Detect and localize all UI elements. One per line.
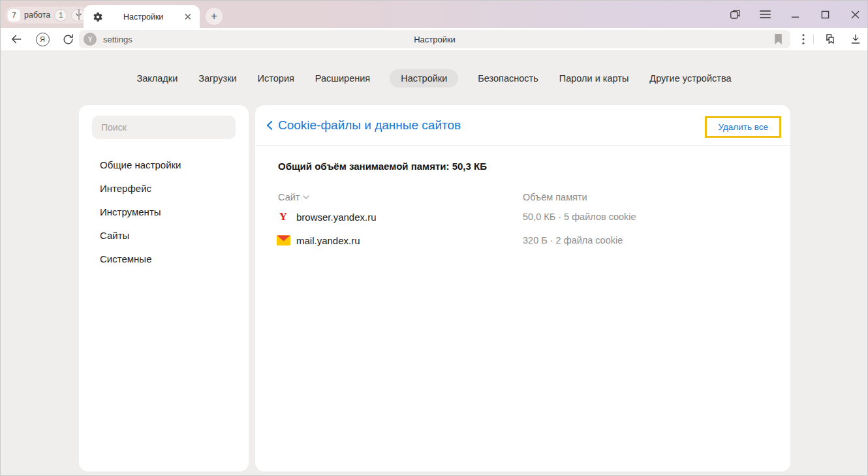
menu-icon[interactable] (758, 7, 772, 22)
nav-item-devices[interactable]: Другие устройства (648, 69, 732, 87)
yandex-browser-icon: Y (275, 210, 291, 223)
nav-item-history[interactable]: История (256, 69, 296, 87)
site-size: 320 Б · 2 файла cookie (523, 235, 623, 246)
nav-item-extensions[interactable]: Расширения (314, 69, 371, 87)
sidebar-sections: Общие настройки Интерфейс Инструменты Са… (79, 153, 249, 270)
search-input[interactable] (92, 116, 236, 139)
memory-summary: Общий объём занимаемой памяти: 50,3 КБ (278, 161, 790, 172)
tab-group-badge: 1 (54, 9, 67, 22)
table-header: Сайт Объём памяти (255, 189, 790, 205)
close-window-icon[interactable] (848, 7, 862, 22)
download-icon[interactable] (846, 28, 865, 50)
cookies-panel-header: Cookie-файлы и данные сайтов Удалить все (255, 105, 790, 146)
nav-item-downloads[interactable]: Загрузки (197, 69, 238, 87)
sidebar-item-general[interactable]: Общие настройки (79, 153, 249, 176)
nav-item-passwords[interactable]: Пароли и карты (558, 69, 630, 87)
sidebar-item-interface[interactable]: Интерфейс (79, 176, 249, 200)
protect-icon[interactable]: Y (84, 33, 97, 46)
settings-page: Закладки Загрузки История Расширения Нас… (1, 50, 867, 476)
settings-top-nav: Закладки Загрузки История Расширения Нас… (1, 69, 867, 87)
close-tab-icon[interactable]: ✕ (183, 12, 192, 22)
gear-icon (93, 12, 103, 22)
address-bar[interactable]: Y settings Настройки (79, 30, 790, 48)
address-bar-page-title: Настройки (79, 35, 790, 44)
sidebar-item-sites[interactable]: Сайты (79, 223, 249, 247)
back-icon[interactable] (7, 28, 25, 50)
settings-sidebar: Общие настройки Интерфейс Инструменты Са… (79, 105, 249, 471)
url-text: settings (103, 35, 132, 44)
tab-group[interactable]: 7 работа 1 (5, 7, 89, 24)
toolbar-separator (813, 34, 814, 44)
tab-group-count: 7 (8, 9, 20, 22)
collections-icon[interactable] (820, 28, 839, 50)
cookies-panel: Cookie-файлы и данные сайтов Удалить все… (255, 105, 790, 471)
table-row[interactable]: Y browser.yandex.ru 50,0 КБ · 5 файлов c… (255, 205, 790, 229)
nav-item-bookmarks[interactable]: Закладки (135, 69, 179, 87)
site-name: browser.yandex.ru (296, 212, 377, 223)
sidebar-item-tools[interactable]: Инструменты (79, 200, 249, 223)
table-row[interactable]: mail.yandex.ru 320 Б · 2 файла cookie (255, 229, 790, 252)
browser-window: 7 работа 1 Настройки ✕ + (0, 0, 868, 476)
refresh-icon[interactable] (59, 28, 77, 50)
site-name: mail.yandex.ru (296, 235, 360, 246)
nav-item-settings[interactable]: Настройки (390, 69, 458, 87)
tab-group-name: работа (24, 10, 50, 20)
tab-title: Настройки (103, 12, 183, 22)
new-tab-button[interactable]: + (206, 8, 223, 25)
side-panel-icon[interactable] (728, 7, 742, 22)
bookmark-icon[interactable] (774, 34, 783, 47)
yandex-mail-icon (275, 235, 291, 246)
window-controls (728, 1, 862, 28)
page-title: Cookie-файлы и данные сайтов (278, 118, 461, 133)
browser-toolbar: Я Y settings Настройки (1, 28, 867, 50)
sidebar-item-system[interactable]: Системные (79, 247, 249, 270)
delete-all-button[interactable]: Удалить все (705, 116, 781, 138)
yandex-logo-icon[interactable]: Я (33, 28, 52, 50)
nav-item-security[interactable]: Безопасность (476, 69, 540, 87)
tab-strip: 7 работа 1 Настройки ✕ + (1, 1, 867, 28)
site-size: 50,0 КБ · 5 файлов cookie (523, 212, 636, 222)
sort-chevron-icon (303, 195, 309, 199)
column-size: Объём памяти (523, 192, 587, 202)
tab-settings[interactable]: Настройки ✕ (84, 5, 200, 28)
group-separator (78, 9, 80, 20)
more-options-icon[interactable] (794, 28, 813, 50)
minimize-icon[interactable] (788, 7, 802, 22)
column-site[interactable]: Сайт (278, 192, 309, 202)
back-chevron-icon[interactable] (264, 119, 275, 131)
maximize-icon[interactable] (818, 7, 832, 22)
